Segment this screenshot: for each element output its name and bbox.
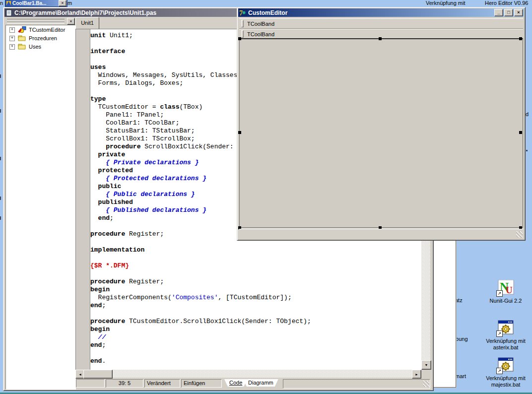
coolband-label: TCoolBand [247,31,274,37]
maximize-icon[interactable]: □ [504,9,513,16]
statusbar-caret-position: 39: 5 [106,379,143,388]
tree-item-label: Prozeduren [29,35,57,41]
code-line [90,254,311,262]
view-tabs: Code Diagramm [224,379,283,388]
folder-icon [18,43,26,50]
close-icon[interactable]: × [67,18,75,25]
editor-title: C:\Programme\Borland\Delphi7\Projects\Un… [14,9,156,16]
desktop-icon-majestix-bat[interactable]: ↗Verknüpfung mitmajestix.bat [481,357,531,388]
editor-gutter [76,29,90,370]
selection-handle[interactable] [238,131,241,134]
expand-plus-icon[interactable]: + [9,27,15,33]
desktop-icon-label: Verknüpfung mit [481,338,531,344]
form-statusbar [239,229,523,239]
tab-code[interactable]: Code [224,379,247,387]
horizontal-scrollbar[interactable]: ◄ ► [75,370,421,378]
selection-handle[interactable] [238,37,241,40]
tab-unit1[interactable]: Unit1 [75,17,99,29]
scrollbar-track[interactable] [84,370,413,378]
close-icon[interactable]: × [59,0,66,6]
code-line: {$R *.DFM} [90,262,311,270]
delphi-icon: 7 [239,9,246,16]
selection-handle[interactable] [519,131,522,134]
code-line: RegisterComponents('Composites', [TCusto… [90,294,311,302]
expand-plus-icon[interactable]: + [9,36,15,41]
desktop-icon-label-fragment: d [526,111,529,117]
statusbar-insert-mode: Einfügen [181,379,222,388]
code-line: end; [90,302,311,310]
scrollbar-thumb[interactable] [83,370,113,379]
desktop-fragment [0,109,1,113]
batch-icon: ↗ [497,320,514,337]
customeditor-form-window: 7 CustomEditor _ □ × TCoolBandTCoolBand [237,7,526,241]
resize-grip[interactable] [516,231,523,238]
mini-window-titlebar[interactable]: CoolBar1.Ba... × [5,0,67,7]
code-explorer-header[interactable]: × [5,18,76,24]
desktop-text-fragment: m [67,0,72,6]
tree-item-label: TCustomEditor [29,27,65,33]
desktop-text-fragment: n [0,0,3,6]
editor-statusbar: 39: 5 Verändert Einfügen Code Diagramm [75,379,430,389]
close-icon[interactable]: × [514,9,523,16]
code-line [90,349,311,357]
coolbar: TCoolBandTCoolBand [239,18,523,39]
tab-diagramm[interactable]: Diagramm [243,379,278,387]
desktop-fragment [0,157,1,160]
desktop-icon-label-fragment: mart [455,373,466,379]
svg-text:U: U [506,285,513,295]
desktop-icon-label: asterix.bat [481,344,531,351]
code-line: procedure Register; [90,278,311,286]
tree-item-label: Uses [29,44,41,50]
code-line: // [90,333,311,341]
scrollbox-selected[interactable] [239,38,523,228]
gripper-icon[interactable] [241,20,244,27]
shortcut-arrow-icon: ↗ [496,290,503,297]
scroll-right-icon[interactable]: ► [412,370,421,379]
mini-window-title: CoolBar1.Ba... [12,0,59,6]
desktop-icon-label: Nunit-Gui 2.2 [481,298,531,304]
scroll-down-icon[interactable]: ▼ [421,360,431,370]
desktop-icon-asterix-bat[interactable]: ↗Verknüpfung mitasterix.bat [481,320,531,351]
code-explorer-tree: +TCustomEditor+Prozeduren+Uses [5,25,76,390]
drag-handle-icon[interactable] [7,21,65,24]
code-line: end. [90,357,311,365]
code-line: procedure TCustomEditor.ScrollBox1Click(… [90,318,311,326]
form-titlebar[interactable]: 7 CustomEditor _ □ × [238,8,524,17]
tree-item-prozeduren[interactable]: +Prozeduren [6,34,75,42]
shortcut-arrow-icon: ↗ [496,368,503,374]
gripper-icon[interactable] [241,30,244,38]
code-line: begin [90,326,311,333]
window-buttons: _ □ × [494,9,523,16]
desktop-fragment [0,216,1,220]
desktop-icon-nunit-gui[interactable]: NU↗Nunit-Gui 2.2 [481,280,531,304]
shortcut-arrow-icon: ↗ [496,330,503,337]
desktop-fragment [0,197,1,200]
code-line: end; [90,341,311,349]
statusbar-modified-flag: Verändert [144,379,180,388]
batch-icon: ↗ [497,357,514,374]
selection-handle[interactable] [379,37,382,40]
desktop-icon-label: Verknüpfung mit [481,375,531,382]
code-line [90,270,311,278]
desktop-icon-label-fragment: Verknüpfung mit [426,0,466,6]
code-line: begin [90,286,311,294]
folder-icon [18,35,26,42]
code-line [90,310,311,318]
coolband-row[interactable]: TCoolBand [239,18,523,29]
tree-item-uses[interactable]: +Uses [6,43,75,51]
desktop-icon-label: majestix.bat [481,382,531,388]
document-icon [6,9,12,16]
coolband-label: TCoolBand [247,21,274,27]
desktop-fragment [0,74,1,78]
minimize-icon[interactable]: _ [494,9,503,16]
nunit-icon: NU↗ [497,280,514,297]
code-line: implementation [90,246,311,254]
tree-item-tcustomeditor[interactable]: +TCustomEditor [6,26,75,34]
desktop-icon-label-hero-editor: Hero Editor V0.96 [485,0,528,6]
background-window [433,240,456,388]
statusbar-panel [76,379,105,388]
resize-grip[interactable] [423,381,429,387]
form-title: CustomEditor [248,9,494,16]
selection-handle[interactable] [519,37,522,40]
expand-plus-icon[interactable]: + [9,44,15,50]
